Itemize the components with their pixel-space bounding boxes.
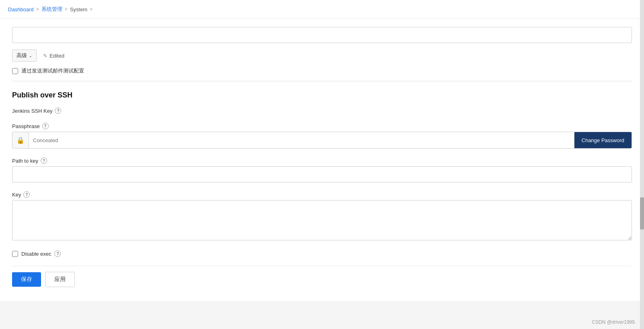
advanced-label: 高级 bbox=[17, 52, 27, 59]
key-label-row: Key ? bbox=[12, 191, 632, 198]
lock-icon: 🔒 bbox=[17, 137, 25, 144]
key-group: Key ? bbox=[12, 191, 632, 242]
disable-exec-label[interactable]: Disable exec bbox=[21, 251, 51, 257]
breadcrumb-system: System bbox=[70, 6, 87, 12]
passphrase-group: Passphrase ? 🔒 Change Password bbox=[12, 123, 632, 149]
publish-over-ssh-section: Publish over SSH Jenkins SSH Key ? Passp… bbox=[12, 91, 632, 257]
lock-icon-wrapper: 🔒 bbox=[12, 132, 29, 148]
passphrase-label-row: Passphrase ? bbox=[12, 123, 632, 129]
breadcrumb-system-admin[interactable]: 系统管理 bbox=[41, 6, 62, 13]
edited-badge: ✎ Edited bbox=[43, 53, 64, 59]
jenkins-ssh-key-help-icon[interactable]: ? bbox=[55, 108, 61, 114]
top-text-input[interactable] bbox=[12, 27, 632, 43]
path-to-key-group: Path to key ? bbox=[12, 157, 632, 182]
passphrase-help-icon[interactable]: ? bbox=[42, 123, 49, 129]
disable-exec-help-icon[interactable]: ? bbox=[54, 250, 61, 257]
breadcrumb-dashboard[interactable]: Dashboard bbox=[8, 6, 34, 12]
action-bar: 保存 应用 bbox=[12, 266, 632, 293]
top-input-section bbox=[12, 27, 632, 43]
test-config-row: 通过发送测试邮件测试配置 bbox=[12, 67, 632, 74]
chevron-down-icon: ⌄ bbox=[29, 53, 32, 58]
advanced-dropdown[interactable]: 高级 ⌄ bbox=[12, 50, 37, 62]
path-to-key-help-icon[interactable]: ? bbox=[41, 157, 47, 164]
path-to-key-input[interactable] bbox=[12, 166, 632, 182]
key-textarea[interactable] bbox=[12, 200, 632, 240]
breadcrumb-sep-1: > bbox=[36, 6, 39, 12]
disable-exec-checkbox[interactable] bbox=[12, 251, 18, 257]
apply-button[interactable]: 应用 bbox=[45, 272, 75, 287]
change-password-button[interactable]: Change Password bbox=[574, 132, 632, 148]
passphrase-input-row: 🔒 Change Password bbox=[12, 132, 632, 149]
main-content: 高级 ⌄ ✎ Edited 通过发送测试邮件测试配置 Publish over … bbox=[0, 19, 644, 301]
breadcrumb-sep-3: > bbox=[90, 6, 93, 12]
scrollbar-thumb[interactable] bbox=[640, 197, 644, 230]
watermark: CSDN @driver1999. bbox=[592, 319, 636, 325]
breadcrumb-sep-2: > bbox=[65, 6, 68, 12]
test-config-checkbox[interactable] bbox=[12, 68, 18, 74]
jenkins-ssh-key-label: Jenkins SSH Key bbox=[12, 108, 52, 114]
key-help-icon[interactable]: ? bbox=[23, 191, 30, 198]
toolbar-row: 高级 ⌄ ✎ Edited bbox=[12, 50, 632, 62]
path-to-key-label-row: Path to key ? bbox=[12, 157, 632, 164]
jenkins-ssh-key-group: Jenkins SSH Key ? bbox=[12, 108, 632, 114]
key-label: Key bbox=[12, 192, 21, 198]
breadcrumb: Dashboard > 系统管理 > System > bbox=[0, 0, 644, 19]
jenkins-ssh-key-label-row: Jenkins SSH Key ? bbox=[12, 108, 632, 114]
passphrase-label: Passphrase bbox=[12, 123, 40, 129]
disable-exec-row: Disable exec ? bbox=[12, 250, 632, 257]
section-title: Publish over SSH bbox=[12, 91, 632, 99]
path-to-key-label: Path to key bbox=[12, 158, 38, 164]
test-config-label[interactable]: 通过发送测试邮件测试配置 bbox=[21, 67, 84, 74]
scrollbar-track bbox=[640, 0, 644, 329]
pencil-icon: ✎ bbox=[43, 53, 47, 59]
passphrase-input[interactable] bbox=[29, 132, 574, 148]
save-button[interactable]: 保存 bbox=[12, 272, 41, 287]
section-divider bbox=[12, 81, 632, 81]
edited-label: Edited bbox=[50, 53, 64, 59]
